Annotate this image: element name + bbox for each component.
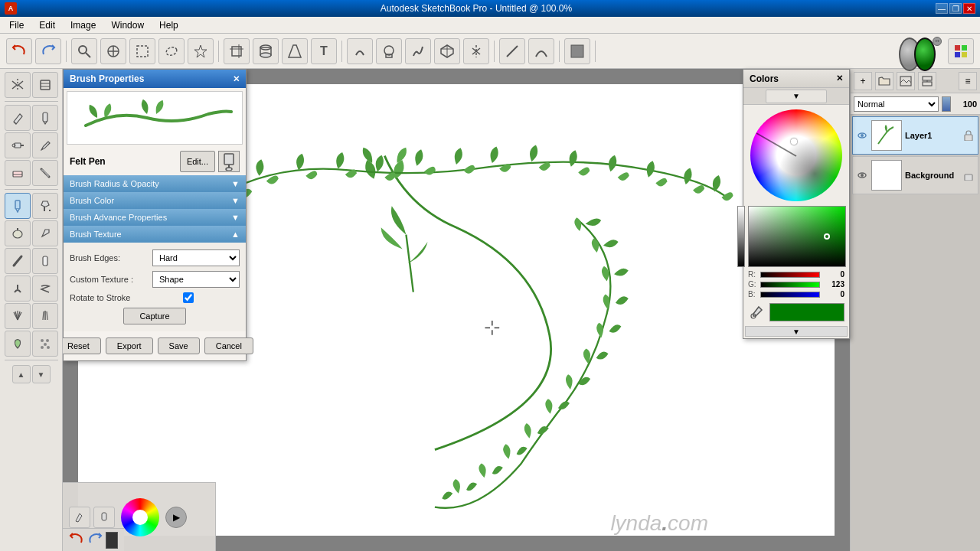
mini-redo-button[interactable] [87,532,103,549]
tilt-brush-tool[interactable] [5,248,31,274]
dropper-button[interactable] [748,303,766,321]
cancel-button[interactable]: Cancel [204,337,253,354]
menu-window[interactable]: Window [105,18,150,32]
symmetry-tool[interactable] [463,38,489,64]
marker-tool[interactable] [32,105,58,131]
blend-mode-select[interactable]: Normal Multiply Screen Overlay [854,96,939,112]
blend-tool[interactable] [32,276,58,302]
perspective-tool[interactable] [282,38,308,64]
bucket-fill-tool[interactable] [32,193,58,219]
maximize-button[interactable]: ❐ [949,3,962,14]
3d-tool[interactable] [434,38,460,64]
mini-brush-1[interactable] [69,507,90,528]
mini-brush-2[interactable] [93,507,115,528]
brush-advance-section[interactable]: Brush Advance Properties ▼ [64,209,246,226]
stamp-tool[interactable] [376,38,402,64]
lightness-bar[interactable] [737,206,745,267]
merge-layer-button[interactable] [918,72,936,90]
green-slider[interactable] [760,282,820,288]
mini-undo-button[interactable] [69,532,84,549]
play-button[interactable]: ▶ [165,507,187,528]
curve-ruler-tool[interactable] [528,38,554,64]
redo-button[interactable] [35,38,61,64]
add-layer-button[interactable]: + [854,72,872,90]
color-gradient-box[interactable] [748,206,846,267]
layer-item-layer1[interactable]: Layer1 [852,116,978,155]
leaf-brush-tool[interactable] [5,331,31,357]
mini-color-wheel[interactable] [121,498,159,536]
reset-button[interactable]: Reset [63,337,101,354]
lasso-tool[interactable] [158,38,185,64]
capture-button[interactable]: Capture [123,308,185,324]
freehand-tool[interactable] [405,38,431,64]
menu-file[interactable]: File [3,18,30,32]
brush-panel-close-icon[interactable]: ✕ [233,74,240,84]
fan-brush-tool[interactable] [5,303,31,329]
colors-close-icon[interactable]: ✕ [836,73,843,83]
layer-visibility-layer1[interactable] [856,129,868,142]
cylinder-tool[interactable] [253,38,279,64]
zoom-tool[interactable] [71,38,97,64]
bristle-tool[interactable] [32,303,58,329]
export-button[interactable]: Export [106,337,153,354]
menu-help[interactable]: Help [153,18,185,32]
tool-nav-down[interactable]: ▼ [32,365,51,383]
blue-slider[interactable] [760,292,820,298]
current-color-swatch[interactable] [769,303,844,321]
mini-color-swatch[interactable] [106,532,118,549]
airbrush-tool[interactable] [5,132,31,158]
minimize-button[interactable]: — [936,3,948,14]
brush-preset-icon[interactable] [218,151,240,172]
brush-texture-section[interactable]: Brush Texture ▲ [64,226,246,243]
image-layer-button[interactable] [897,72,915,90]
pen-tool[interactable] [32,220,58,246]
pan-tool[interactable] [32,72,58,98]
colors-collapse-button[interactable]: ▼ [745,326,848,337]
close-button[interactable]: ✕ [963,3,975,14]
layer-lock-background[interactable] [962,169,975,181]
layer-visibility-background[interactable] [856,169,868,181]
brush-tool[interactable] [32,132,58,158]
crop-tool[interactable] [224,38,250,64]
smudge-tool[interactable] [32,160,58,186]
pastel-tool[interactable] [5,276,31,302]
layer-lock-layer1[interactable] [962,129,975,142]
color-wheel[interactable] [750,109,842,201]
swatches-tool[interactable] [948,38,974,64]
save-button[interactable]: Save [158,337,200,354]
brush-edit-button[interactable]: Edit... [180,151,215,172]
text-tool[interactable]: T [311,38,337,64]
tool-nav-up[interactable]: ▲ [12,365,31,383]
transform-tool[interactable] [100,38,126,64]
select-rect-tool[interactable] [129,38,155,64]
red-slider[interactable] [760,272,820,278]
menu-edit[interactable]: Edit [33,18,61,32]
layer-item-background[interactable]: Background [852,156,978,194]
colors-tab-dropdown[interactable]: ▼ [766,90,827,103]
sponge-tool[interactable] [5,220,31,246]
pencil-tool[interactable] [5,105,31,131]
texture-brush-tool[interactable] [32,331,58,357]
felt-pen-tool[interactable] [5,193,31,219]
chalk-tool[interactable] [32,248,58,274]
undo-button[interactable] [6,38,32,64]
canvas-area[interactable]: Brush Properties ✕ Felt Pen [63,69,850,551]
color-swap-button[interactable]: ↔ [933,37,942,46]
color-wheel-wrapper[interactable] [750,109,842,201]
layer-menu-button[interactable]: ≡ [959,72,977,90]
opacity-slider[interactable] [942,96,951,112]
magic-wand-tool[interactable] [188,38,214,64]
rotate-to-stroke-checkbox[interactable] [183,292,194,303]
svg-point-45 [44,343,47,346]
custom-texture-select[interactable]: Shape None Custom [152,271,240,288]
ruler-tool[interactable] [499,38,525,64]
brush-color-section[interactable]: Brush Color ▼ [64,192,246,209]
menu-image[interactable]: Image [64,18,102,32]
folder-layer-button[interactable] [875,72,893,90]
brush-radius-section[interactable]: Brush Radius & Opacity ▼ [64,175,246,192]
brush-edges-select[interactable]: Hard Soft Medium [152,249,240,266]
eraser-tool[interactable] [5,160,31,186]
mirror-tool[interactable] [5,72,31,98]
fill-tool[interactable] [564,38,590,64]
edge-brush-tool[interactable] [347,38,373,64]
